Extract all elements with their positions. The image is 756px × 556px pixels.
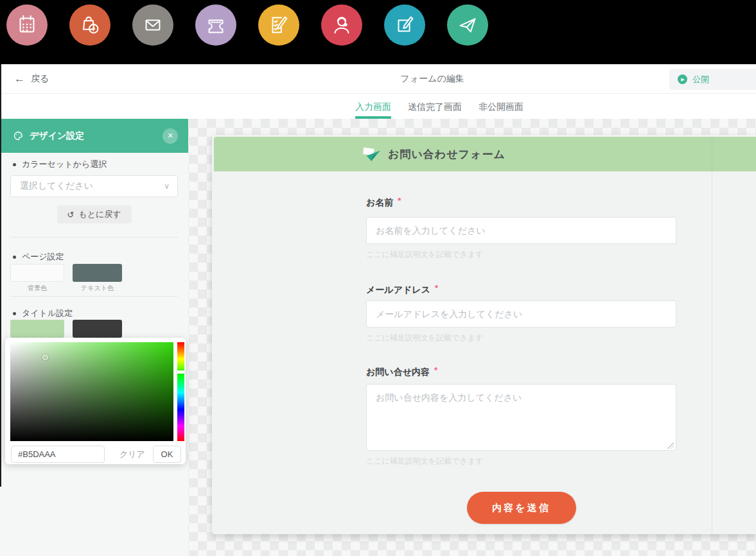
- form-preview-card: お問い合わせフォーム お名前 * ここに補足説明文を記載できます メールアドレス…: [212, 135, 756, 534]
- field-message-label: お問い合せ内容 *: [366, 367, 437, 378]
- field-name-label: お名前 *: [366, 197, 401, 209]
- title-text-color-swatch[interactable]: [73, 320, 122, 338]
- page-section-label-text: ページ設定: [22, 251, 64, 263]
- svg-text:?: ?: [92, 26, 96, 33]
- support-agent-icon[interactable]: [321, 4, 362, 46]
- clear-button[interactable]: クリア: [114, 446, 150, 463]
- reset-button[interactable]: ↺ もとに戻す: [57, 205, 131, 223]
- divider: [10, 296, 178, 297]
- ticket-icon[interactable]: [195, 4, 236, 46]
- calendar-icon[interactable]: [6, 4, 48, 46]
- palette-icon: [13, 130, 24, 141]
- page-text-swatch-label: テキスト色: [73, 284, 122, 293]
- editor-header: ← 戻る フォームの編集 ▶ 公開: [0, 64, 756, 94]
- saturation-marker[interactable]: [42, 354, 48, 360]
- required-mark: *: [398, 196, 401, 205]
- page-text-color-swatch[interactable]: [73, 264, 122, 282]
- bag-question-icon[interactable]: ?: [69, 4, 110, 46]
- field-helper-text: ここに補足説明文を記載できます: [366, 456, 483, 467]
- textarea-resize-grip[interactable]: [667, 442, 674, 449]
- reset-label: もとに戻す: [78, 209, 121, 220]
- color-picker-popup: クリア OK: [5, 338, 186, 464]
- design-panel-header: デザイン設定 ✕: [0, 119, 188, 153]
- field-email-label: メールアドレス *: [366, 284, 438, 296]
- colorset-label-text: カラーセットから選択: [22, 159, 107, 170]
- design-panel-title: デザイン設定: [30, 130, 163, 142]
- page-bg-swatch-label: 背景色: [10, 284, 64, 293]
- paper-plane-icon[interactable]: [447, 4, 488, 46]
- preview-seam-line: [712, 137, 712, 534]
- title-bg-color-swatch[interactable]: [10, 320, 64, 338]
- bullet-dot: [13, 312, 16, 315]
- compose-icon[interactable]: [384, 4, 425, 46]
- colorset-section-label: カラーセットから選択: [13, 159, 107, 170]
- tab-complete-screen[interactable]: 送信完了画面: [408, 94, 462, 119]
- divider: [10, 237, 178, 238]
- publish-play-icon: ▶: [678, 74, 687, 84]
- field-label-text: メールアドレス: [366, 284, 430, 296]
- saturation-area[interactable]: [10, 342, 173, 441]
- app-icon-bar: ?: [0, 0, 756, 64]
- submit-button[interactable]: 内容を送信: [467, 492, 576, 524]
- colorset-select-value: 選択してください: [20, 180, 164, 192]
- design-settings-panel: デザイン設定 ✕ カラーセットから選択 選択してください ∨ ↺ もとに戻す ペ…: [0, 119, 188, 556]
- email-input[interactable]: [366, 300, 676, 327]
- checklist-pen-icon[interactable]: [258, 4, 299, 46]
- chevron-down-icon: ∨: [164, 182, 170, 191]
- required-mark: *: [435, 284, 438, 292]
- field-helper-text: ここに補足説明文を記載できます: [366, 249, 483, 260]
- close-panel-button[interactable]: ✕: [163, 128, 178, 144]
- tab-label: 送信完了画面: [408, 101, 462, 113]
- bullet-dot: [13, 256, 16, 259]
- screen-tabs: 入力画面 送信完了画面 非公開画面: [355, 94, 523, 119]
- editor-canvas: デザイン設定 ✕ カラーセットから選択 選択してください ∨ ↺ もとに戻す ペ…: [0, 119, 756, 556]
- name-input[interactable]: [366, 217, 676, 244]
- back-arrow-icon: ←: [14, 73, 25, 85]
- form-fields: お名前 * ここに補足説明文を記載できます メールアドレス * ここに補足説明文…: [366, 135, 676, 534]
- hex-color-input[interactable]: [11, 446, 105, 463]
- hue-slider-handle[interactable]: [177, 370, 185, 374]
- hue-slider[interactable]: [177, 342, 184, 441]
- reset-icon: ↺: [67, 210, 74, 220]
- publish-button[interactable]: ▶ 公開: [669, 69, 756, 90]
- tab-label: 入力画面: [355, 101, 391, 113]
- tab-private-screen[interactable]: 非公開画面: [479, 94, 523, 119]
- field-label-text: お名前: [366, 197, 393, 209]
- window-left-border: [0, 64, 1, 487]
- back-label: 戻る: [31, 73, 49, 85]
- tab-label: 非公開画面: [479, 101, 523, 113]
- required-mark: *: [434, 366, 437, 374]
- form-builder-page: ? ← 戻る フォームの編集 ▶ 公開: [0, 0, 756, 556]
- mail-icon[interactable]: [132, 4, 173, 46]
- message-textarea[interactable]: [366, 384, 676, 451]
- page-title: フォームの編集: [400, 64, 464, 94]
- publish-label: 公開: [692, 74, 709, 85]
- colorset-select[interactable]: 選択してください ∨: [10, 175, 178, 197]
- back-button[interactable]: ← 戻る: [14, 64, 49, 94]
- ok-button[interactable]: OK: [153, 446, 181, 463]
- title-section-label: タイトル設定: [13, 308, 73, 319]
- page-bg-color-swatch[interactable]: [10, 264, 64, 282]
- title-section-label-text: タイトル設定: [22, 308, 73, 319]
- close-icon: ✕: [167, 132, 173, 140]
- page-section-label: ページ設定: [13, 251, 64, 263]
- bullet-dot: [13, 163, 16, 166]
- field-helper-text: ここに補足説明文を記載できます: [366, 333, 483, 343]
- field-label-text: お問い合せ内容: [366, 367, 430, 378]
- tab-input-screen[interactable]: 入力画面: [355, 94, 391, 119]
- screen-tabbar: 入力画面 送信完了画面 非公開画面: [0, 94, 756, 119]
